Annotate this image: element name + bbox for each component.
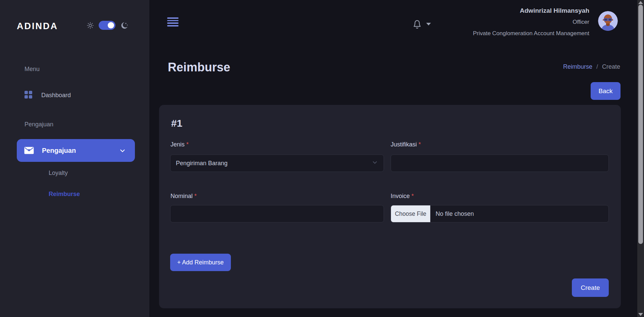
hamburger-bar <box>167 17 179 19</box>
required-asterisk: * <box>418 141 421 148</box>
sidebar-item-loyalty[interactable]: Loyalty <box>49 170 68 177</box>
invoice-label: Invoice* <box>391 193 414 200</box>
file-chosen-status: No file chosen <box>431 205 474 222</box>
sidebar-section-menu: Menu <box>24 66 40 73</box>
theme-switcher <box>87 21 129 30</box>
entry-number: #1 <box>171 118 182 129</box>
user-role: Officer <box>473 19 589 25</box>
dashboard-grid-icon <box>24 90 33 100</box>
sidebar-item-pengajuan[interactable]: Pengajuan <box>17 139 135 162</box>
hamburger-bar <box>167 22 179 24</box>
breadcrumb: Reimburse / Create <box>563 63 620 70</box>
required-asterisk: * <box>186 141 189 148</box>
app-logo-text: ADINDA <box>17 21 58 31</box>
justifikasi-label: Justifikasi* <box>391 141 421 148</box>
justifikasi-input[interactable] <box>391 155 608 172</box>
user-info: Adwinrizal Hilmansyah Officer Private Co… <box>473 7 589 37</box>
app-logo: ADINDA <box>17 19 58 34</box>
hamburger-bar <box>167 20 179 21</box>
back-button[interactable]: Back <box>591 82 621 100</box>
jenis-select[interactable]: Pengiriman Barang <box>170 154 384 172</box>
choose-file-button[interactable]: Choose File <box>391 205 431 222</box>
sidebar-item-dashboard[interactable]: Dashboard <box>24 90 71 100</box>
hamburger-menu-icon[interactable] <box>167 17 179 28</box>
sidebar: ADINDA Menu <box>0 0 149 317</box>
reimburse-form-card: #1 Jenis* Justifikasi* Nominal* Invoice*… <box>159 105 621 308</box>
chevron-down-icon <box>119 147 126 156</box>
breadcrumb-reimburse-link[interactable]: Reimburse <box>563 63 592 70</box>
jenis-label: Jenis* <box>170 141 189 148</box>
scroll-up-arrow-icon[interactable] <box>638 1 643 4</box>
jenis-select-value: Pengiriman Barang <box>176 160 228 167</box>
add-reimburse-button[interactable]: + Add Reimburse <box>170 254 231 271</box>
chevron-down-icon <box>371 159 378 167</box>
nominal-label-text: Nominal <box>170 193 193 199</box>
sidebar-item-dashboard-label: Dashboard <box>41 92 71 99</box>
nominal-input[interactable] <box>170 205 384 222</box>
theme-toggle[interactable] <box>99 21 115 30</box>
nominal-label: Nominal* <box>170 193 197 200</box>
sidebar-item-pengajuan-label: Pengajuan <box>42 147 76 154</box>
nominal-field-wrap <box>170 205 384 223</box>
user-name: Adwinrizal Hilmansyah <box>473 7 589 14</box>
create-button[interactable]: Create <box>572 278 609 297</box>
justifikasi-field-wrap <box>391 154 609 172</box>
invoice-label-text: Invoice <box>391 193 410 199</box>
jenis-label-text: Jenis <box>170 141 185 148</box>
required-asterisk: * <box>411 193 414 199</box>
sidebar-item-reimburse[interactable]: Reimburse <box>49 191 80 198</box>
notifications-caret-icon[interactable] <box>426 23 431 25</box>
moon-stars-icon <box>120 21 129 30</box>
scroll-down-arrow-icon[interactable] <box>638 313 643 316</box>
user-organization: Private Conglomeration Account Managemen… <box>473 30 589 37</box>
sun-icon <box>87 22 94 29</box>
scrollbar <box>637 0 644 317</box>
sidebar-section-pengajuan: Pengajuan <box>24 121 53 128</box>
invoice-file-input: Choose File No file chosen <box>391 205 609 223</box>
breadcrumb-current: Create <box>602 63 620 70</box>
bell-icon[interactable] <box>411 17 423 31</box>
envelope-heart-icon <box>24 147 34 154</box>
page-title: Reimburse <box>168 60 230 74</box>
scrollbar-thumb[interactable] <box>638 5 643 244</box>
breadcrumb-separator: / <box>596 63 598 70</box>
required-asterisk: * <box>194 193 197 199</box>
justifikasi-label-text: Justifikasi <box>391 141 417 148</box>
hamburger-bar <box>167 25 179 26</box>
avatar[interactable] <box>598 11 618 31</box>
theme-toggle-knob <box>108 22 114 28</box>
